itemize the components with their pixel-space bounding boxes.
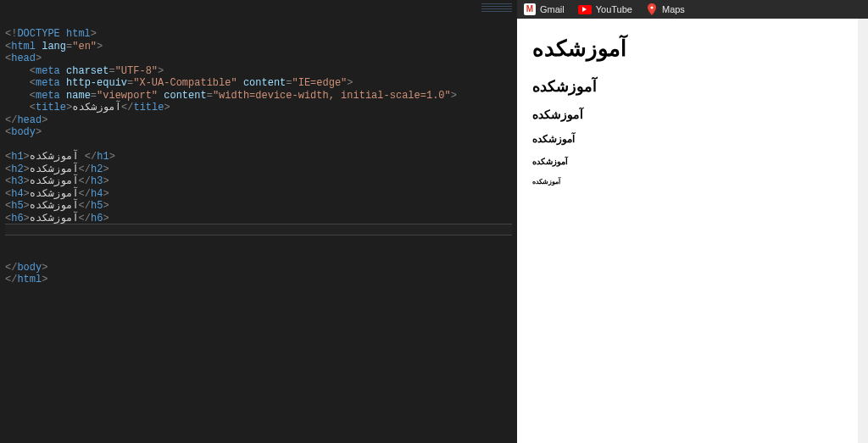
bookmark-gmail[interactable]: M Gmail [524,3,565,15]
preview-h6: آموزشکده [532,178,853,186]
minimap[interactable] [481,3,512,54]
html-open: html [11,41,36,53]
bookmark-bar: M Gmail YouTube Maps [517,0,868,19]
head-close: head [17,114,42,126]
page-content: آموزشکده آموزشکده آموزشکده آموزشکده آموز… [517,19,868,443]
body-open: body [11,126,36,138]
body-close: body [17,262,42,274]
preview-h3: آموزشکده [532,108,853,121]
browser-preview: M Gmail YouTube Maps آموزشکده آموزشکده آ… [517,0,868,443]
gmail-icon: M [524,3,536,15]
preview-h4: آموزشکده [532,133,853,145]
code-editor[interactable]: <!DOCTYPE html> <html lang="en"> <head> … [0,0,517,443]
preview-h1: آموزشکده [532,36,853,62]
preview-h5: آموزشکده [532,157,853,166]
scrollbar[interactable] [858,19,868,443]
bookmark-label: Gmail [540,4,565,14]
bookmark-label: Maps [662,4,685,14]
html-close: html [17,274,42,285]
bookmark-youtube[interactable]: YouTube [578,4,632,14]
youtube-icon [578,5,592,14]
preview-h2: آموزشکده [532,77,853,96]
head-open: head [11,53,36,64]
cursor-line [5,224,512,235]
bookmark-maps[interactable]: Maps [646,3,685,15]
svg-point-0 [650,6,653,8]
doctype: DOCTYPE html [17,28,90,40]
bookmark-label: YouTube [596,4,632,14]
maps-icon [646,3,658,15]
